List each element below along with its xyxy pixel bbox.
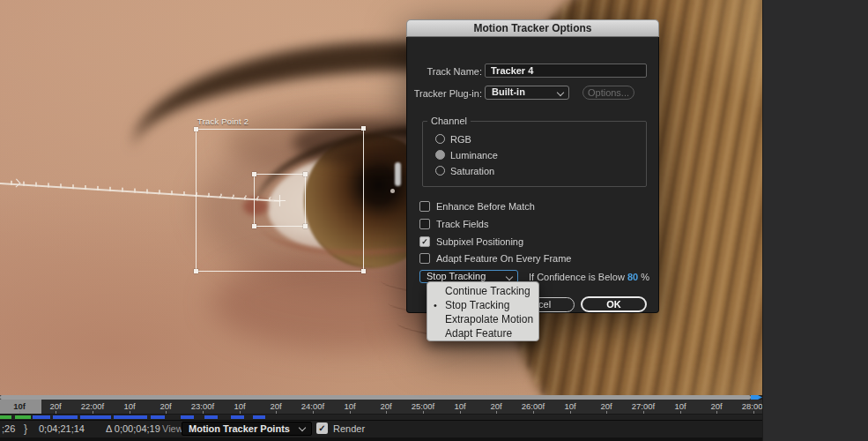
ruler-frame-label: 10f <box>344 401 355 411</box>
timecode-partial: ;26 <box>2 423 15 434</box>
ruler-frame-label: 20f <box>600 401 612 411</box>
search-region-handle[interactable] <box>361 269 366 273</box>
timeline-status-bar: ;26 } 0;04;21;14 Δ 0;00;04;19 View: Moti… <box>0 420 762 437</box>
app-window: Track Point 2 10f20f22:00f10f20f23:00f10… <box>0 0 868 441</box>
dialog-title-bar[interactable]: Motion Tracker Options <box>406 19 659 37</box>
radio-luminance[interactable]: Luminance <box>435 149 498 161</box>
ruler-frame-label: 28:00f <box>742 401 762 411</box>
ruler-frame-label: 27:00f <box>632 401 655 411</box>
search-region-handle[interactable] <box>194 127 198 131</box>
cached-frames-indicator <box>53 415 78 419</box>
ruler-frame-label: 22:00f <box>81 401 104 411</box>
checkbox-icon[interactable] <box>419 253 430 264</box>
attach-point-crosshair-icon[interactable] <box>279 195 280 206</box>
menu-item-extrapolate-motion[interactable]: Extrapolate Motion <box>427 312 538 326</box>
ruler-tick-mark <box>93 411 93 414</box>
checkbox-label: Enhance Before Match <box>436 201 535 212</box>
ruler-tick-mark <box>313 411 314 414</box>
confidence-action-value: Stop Tracking <box>427 271 486 281</box>
ruler-tick-mark <box>460 411 461 414</box>
radio-saturation-label: Saturation <box>450 166 494 176</box>
channel-legend: Channel <box>427 116 471 126</box>
ruler-tick-mark <box>19 411 20 414</box>
feature-region-handle[interactable] <box>252 172 256 176</box>
checkbox-subpixel-positioning[interactable]: ✓ Subpixel Positioning <box>419 235 523 247</box>
ruler-frame-label: 10f <box>564 401 575 411</box>
ruler-frame-label: 20f <box>380 401 391 411</box>
confidence-value[interactable]: 80 <box>627 272 638 282</box>
delta-timecode[interactable]: Δ 0;00;04;19 <box>106 423 160 434</box>
ruler-tick-mark <box>130 411 130 414</box>
ruler-tick-mark <box>276 411 277 414</box>
plugin-label: Tracker Plug-in: <box>407 88 482 99</box>
current-timecode[interactable]: 0;04;21;14 <box>39 423 85 434</box>
feature-region-handle[interactable] <box>252 224 256 228</box>
radio-selected-icon[interactable] <box>435 150 445 160</box>
dialog-body: Track Name: Tracker 4 Tracker Plug-in: B… <box>406 37 659 313</box>
search-region-handle[interactable] <box>194 269 198 273</box>
radio-rgb-label: RGB <box>450 134 471 145</box>
checkbox-track-fields[interactable]: Track Fields <box>419 218 489 229</box>
confidence-dropdown-menu: Continue Tracking • Stop Tracking Extrap… <box>427 281 539 341</box>
ruler-tick-mark <box>680 411 681 414</box>
chevron-down-icon <box>557 89 564 96</box>
track-point-label[interactable]: Track Point 2 <box>197 116 249 126</box>
track-name-input[interactable]: Tracker 4 <box>485 64 647 78</box>
feature-region-handle[interactable] <box>303 224 308 228</box>
radio-rgb[interactable]: RGB <box>435 133 471 145</box>
menu-item-continue-tracking[interactable]: Continue Tracking <box>427 284 538 298</box>
ruler-tick-mark <box>753 411 754 414</box>
ruler-tick-mark <box>570 411 571 414</box>
checkbox-enhance-before-match[interactable]: Enhance Before Match <box>419 200 535 212</box>
plugin-dropdown[interactable]: Built-in <box>485 86 569 100</box>
rendered-frames-indicator <box>15 415 31 419</box>
checkbox-icon[interactable] <box>419 219 430 229</box>
plugin-dropdown-value: Built-in <box>492 86 525 97</box>
ruler-tick-mark <box>240 411 241 414</box>
checkbox-label: Adapt Feature On Every Frame <box>436 253 571 264</box>
time-ruler[interactable]: 10f20f22:00f10f20f23:00f10f20f24:00f10f2… <box>0 400 762 415</box>
search-region-handle[interactable] <box>361 126 366 131</box>
cached-frames-indicator <box>151 415 165 419</box>
menu-item-stop-tracking[interactable]: • Stop Tracking <box>427 298 538 312</box>
radio-saturation[interactable]: Saturation <box>435 165 494 176</box>
feature-region-handle[interactable] <box>303 172 308 176</box>
render-label: Render <box>333 423 365 434</box>
ruler-tick-mark <box>350 411 351 414</box>
cached-frames-indicator <box>33 415 50 419</box>
checkbox-label: Track Fields <box>436 219 489 229</box>
ruler-tick-mark <box>533 411 534 414</box>
checkbox-icon[interactable] <box>419 201 430 212</box>
cached-frames-indicator <box>253 415 265 419</box>
rendered-frames-indicator <box>0 415 11 419</box>
split-marker-icon: } <box>24 422 27 435</box>
confidence-unit: % <box>641 272 649 282</box>
ruler-frame-label: 25:00f <box>412 401 434 411</box>
menu-item-adapt-feature[interactable]: Adapt Feature <box>427 326 538 340</box>
menu-item-label: Extrapolate Motion <box>445 313 533 325</box>
cached-frames-indicator <box>114 415 147 419</box>
confidence-text-label: If Confidence is Below <box>529 272 625 282</box>
menu-item-label: Stop Tracking <box>445 299 509 311</box>
radio-icon[interactable] <box>435 134 445 144</box>
checkbox-checked-icon[interactable]: ✓ <box>419 236 430 247</box>
options-button[interactable]: Options... <box>582 86 634 100</box>
render-checkbox[interactable]: ✓ <box>316 422 328 434</box>
ruler-tick-mark <box>643 411 644 414</box>
ruler-frame-label: 10f <box>234 401 245 411</box>
checkbox-adapt-feature[interactable]: Adapt Feature On Every Frame <box>419 252 571 264</box>
ruler-tick-mark <box>423 411 424 414</box>
ruler-frame-label: 24:00f <box>301 401 324 411</box>
view-dropdown[interactable]: Motion Tracker Points <box>182 422 312 436</box>
right-panel <box>762 0 868 441</box>
ok-button[interactable]: OK <box>581 296 647 312</box>
radio-luminance-label: Luminance <box>450 150 498 161</box>
cached-frames-indicator <box>231 415 244 419</box>
cached-frames-indicator <box>204 415 218 419</box>
ruler-tick-mark <box>166 411 167 414</box>
ruler-tick-mark <box>606 411 607 414</box>
radio-icon[interactable] <box>435 166 445 176</box>
track-name-label: Track Name: <box>407 66 482 77</box>
confidence-text: If Confidence is Below 80 % <box>529 272 649 282</box>
ruler-frame-label: 20f <box>160 401 171 411</box>
